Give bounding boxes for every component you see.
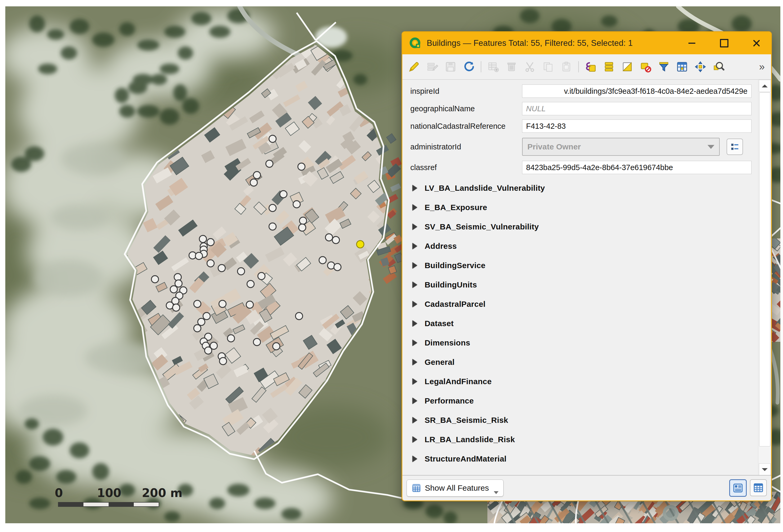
copy-button[interactable] [542, 60, 555, 73]
feature-marker[interactable] [269, 135, 276, 143]
toolbar-separator [481, 61, 481, 72]
feature-marker[interactable] [198, 318, 205, 325]
feature-marker[interactable] [218, 265, 225, 272]
feature-marker[interactable] [246, 301, 253, 308]
scroll-up-button[interactable] [759, 80, 771, 92]
form-groups: LV_BA_Landslide_VulnerabilityE_BA_Exposu… [402, 178, 758, 468]
reload-button[interactable] [463, 60, 475, 73]
select-by-expression-button[interactable] [584, 60, 597, 73]
group-header-BuildingUnits[interactable]: BuildingUnits [402, 275, 758, 294]
feature-marker[interactable] [293, 201, 301, 208]
feature-marker[interactable] [194, 301, 201, 308]
geographicalName-input[interactable]: NULL [522, 102, 751, 115]
maximize-button[interactable] [717, 37, 732, 50]
scrollbar-thumb[interactable] [759, 92, 770, 446]
group-header-General[interactable]: General [402, 352, 758, 372]
reload-icon [463, 61, 475, 73]
scroll-down-button[interactable] [759, 463, 771, 476]
feature-marker[interactable] [295, 313, 303, 320]
feature-marker[interactable] [319, 257, 326, 264]
group-header-StructureAndMaterial[interactable]: StructureAndMaterial [402, 449, 758, 468]
cut-button[interactable] [524, 60, 536, 73]
feature-marker[interactable] [220, 358, 227, 365]
feature-marker[interactable] [207, 239, 214, 246]
selected-feature-marker[interactable] [356, 241, 364, 248]
feature-filter-button[interactable]: Show All Features [407, 479, 504, 497]
group-name: Performance [425, 396, 474, 405]
feature-marker[interactable] [250, 179, 257, 186]
administrator-select[interactable]: Private Owner [522, 138, 720, 156]
feature-marker[interactable] [207, 260, 214, 267]
field-label: nationalCadastralReference [410, 122, 522, 131]
vertical-scrollbar[interactable] [758, 80, 771, 476]
save-edits-button[interactable] [444, 60, 457, 73]
feature-marker[interactable] [219, 301, 226, 308]
inspireId-input[interactable]: v.it/buildings/3fc9ea3f-f618-4c0a-84e2-a… [522, 85, 751, 98]
feature-marker[interactable] [152, 276, 159, 283]
group-header-LR_BA_Landslide_Risk[interactable]: LR_BA_Landslide_Risk [402, 430, 758, 449]
paste-button[interactable] [560, 60, 573, 73]
group-header-Dataset[interactable]: Dataset [402, 314, 758, 333]
table-view-button[interactable] [750, 479, 767, 496]
organize-columns-button[interactable] [676, 60, 688, 73]
group-header-BuildingService[interactable]: BuildingService [402, 256, 758, 275]
feature-marker[interactable] [269, 223, 276, 230]
feature-marker[interactable] [199, 236, 207, 243]
scroll-up-icon [762, 85, 768, 87]
invert-selection-button[interactable] [621, 60, 634, 73]
field-label: geographicalName [410, 104, 522, 113]
feature-marker[interactable] [170, 286, 178, 293]
pan-to-selection-button[interactable] [694, 60, 707, 73]
delete-selected-button[interactable] [505, 60, 518, 73]
select-all-button[interactable] [603, 60, 615, 73]
feature-marker[interactable] [325, 234, 333, 241]
close-button[interactable] [749, 37, 764, 50]
feature-marker[interactable] [173, 304, 180, 311]
feature-marker[interactable] [298, 163, 305, 170]
feature-marker[interactable] [300, 217, 307, 224]
minimize-button[interactable] [684, 37, 699, 50]
feature-marker[interactable] [334, 263, 341, 271]
group-header-SV_BA_Seismic_Vulnerability[interactable]: SV_BA_Seismic_Vulnerability [402, 217, 758, 236]
form-view-button[interactable] [729, 479, 747, 497]
feature-marker[interactable] [227, 335, 235, 342]
feature-marker[interactable] [273, 343, 280, 350]
feature-marker[interactable] [194, 325, 201, 332]
feature-marker[interactable] [280, 191, 287, 198]
feature-marker[interactable] [253, 172, 261, 179]
feature-marker[interactable] [205, 347, 212, 354]
deselect-all-button[interactable] [639, 60, 652, 73]
feature-marker[interactable] [238, 268, 245, 275]
classref-input[interactable]: 8423ba25-99d5-4a2e-8b64-37e619674bbe [522, 161, 751, 174]
dialog-titlebar[interactable]: Buildings — Features Total: 55, Filtered… [402, 32, 771, 54]
feature-marker[interactable] [203, 313, 210, 320]
add-feature-button[interactable] [487, 60, 500, 73]
table-view-icon [753, 482, 764, 493]
toggle-editing-button[interactable] [408, 60, 420, 73]
expand-arrow-icon [412, 378, 417, 385]
zoom-to-selection-button[interactable] [712, 60, 725, 73]
group-header-LegalAndFinance[interactable]: LegalAndFinance [402, 372, 758, 391]
group-header-Address[interactable]: Address [402, 236, 758, 256]
feature-marker[interactable] [253, 339, 261, 346]
group-header-CadastralParcel[interactable]: CadastralParcel [402, 294, 758, 314]
expand-arrow-icon [412, 224, 417, 230]
group-header-Dimensions[interactable]: Dimensions [402, 333, 758, 352]
group-header-E_BA_Exposure[interactable]: E_BA_Exposure [402, 198, 758, 217]
feature-marker[interactable] [299, 224, 306, 231]
feature-marker[interactable] [195, 252, 202, 260]
nationalCadastralReference-input[interactable]: F413-42-83 [522, 120, 751, 133]
multi-edit-button[interactable] [426, 60, 439, 73]
feature-marker[interactable] [269, 205, 276, 212]
feature-marker[interactable] [258, 273, 265, 280]
group-header-SR_BA_Seismic_Risk[interactable]: SR_BA_Seismic_Risk [402, 410, 758, 430]
feature-marker[interactable] [266, 160, 273, 167]
filter-by-form-button[interactable] [657, 60, 670, 73]
toolbar-overflow-chevron[interactable]: » [759, 62, 766, 72]
feature-marker[interactable] [247, 281, 254, 288]
value-relation-button[interactable] [727, 138, 743, 155]
group-header-Performance[interactable]: Performance [402, 391, 758, 410]
add-feature-icon [487, 61, 499, 73]
group-header-LV_BA_Landslide_Vulnerability[interactable]: LV_BA_Landslide_Vulnerability [402, 178, 758, 198]
feature-marker[interactable] [333, 237, 340, 244]
